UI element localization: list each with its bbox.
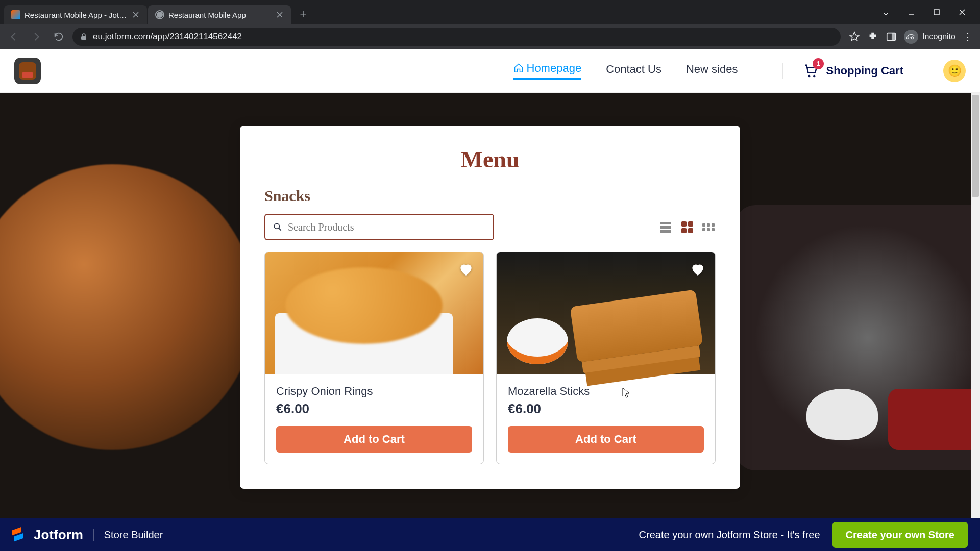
nav-label: New sides bbox=[686, 63, 738, 76]
nav-label: Contact Us bbox=[606, 63, 662, 76]
menu-button[interactable]: ⋮ bbox=[963, 31, 972, 43]
browser-addressbar: eu.jotform.com/app/231402114562442 Incog… bbox=[0, 24, 980, 49]
new-tab-button[interactable]: + bbox=[295, 6, 311, 22]
window-controls: ⌄ bbox=[874, 3, 976, 21]
menu-card: Menu Snacks bbox=[240, 126, 740, 489]
create-store-button[interactable]: Create your own Store bbox=[832, 522, 968, 548]
background-image bbox=[0, 164, 255, 450]
add-to-cart-button[interactable]: Add to Cart bbox=[508, 426, 704, 453]
app-nav: Homepage Contact Us New sides 1 Shopping… bbox=[513, 60, 966, 82]
forward-button[interactable] bbox=[28, 28, 45, 45]
address-bar[interactable]: eu.jotform.com/app/231402114562442 bbox=[72, 28, 841, 46]
brand-name: Jotform bbox=[34, 527, 83, 543]
product-grid: Crispy Onion Rings €6.00 Add to Cart Moz… bbox=[264, 252, 716, 464]
view-grid-2-button[interactable] bbox=[680, 220, 694, 234]
tab-title: Restaurant Mobile App - Jotform bbox=[24, 11, 128, 19]
product-price: €6.00 bbox=[276, 401, 472, 417]
product-card[interactable]: Crispy Onion Rings €6.00 Add to Cart bbox=[264, 252, 484, 464]
incognito-indicator[interactable]: Incognito bbox=[904, 30, 955, 44]
favorite-button[interactable] bbox=[690, 261, 706, 278]
svg-rect-3 bbox=[892, 33, 895, 41]
search-input-wrapper[interactable] bbox=[264, 214, 494, 240]
product-name: Mozarella Sticks bbox=[508, 385, 704, 398]
avatar[interactable]: 🙂 bbox=[943, 60, 966, 82]
jotform-mark-icon bbox=[12, 527, 29, 543]
view-list-button[interactable] bbox=[658, 220, 673, 234]
svg-point-4 bbox=[808, 74, 811, 77]
product-card[interactable]: Mozarella Sticks €6.00 Add to Cart bbox=[496, 252, 716, 464]
jotform-banner: Jotform Store Builder Create your own Jo… bbox=[0, 518, 980, 551]
incognito-label: Incognito bbox=[922, 32, 955, 41]
browser-titlebar: Restaurant Mobile App - Jotform Restaura… bbox=[0, 0, 980, 24]
home-icon bbox=[513, 62, 524, 74]
nav-contact[interactable]: Contact Us bbox=[606, 63, 662, 79]
product-image bbox=[497, 252, 715, 374]
back-button[interactable] bbox=[5, 28, 22, 45]
close-window-button[interactable] bbox=[950, 3, 974, 21]
svg-rect-0 bbox=[934, 10, 939, 15]
nav-homepage[interactable]: Homepage bbox=[513, 62, 582, 80]
scrollbar-thumb[interactable] bbox=[972, 95, 979, 197]
banner-subtitle: Store Builder bbox=[93, 529, 163, 541]
search-icon bbox=[273, 222, 283, 232]
cart-icon: 1 bbox=[803, 63, 819, 79]
background-image bbox=[735, 205, 980, 470]
browser-tab[interactable]: Restaurant Mobile App bbox=[148, 5, 291, 24]
app-header: Homepage Contact Us New sides 1 Shopping… bbox=[0, 49, 980, 93]
search-input[interactable] bbox=[288, 221, 486, 233]
category-heading: Snacks bbox=[264, 187, 716, 205]
product-price: €6.00 bbox=[508, 401, 704, 417]
favicon-icon bbox=[155, 10, 164, 19]
product-name: Crispy Onion Rings bbox=[276, 385, 472, 398]
page-main: Menu Snacks bbox=[0, 93, 980, 518]
shopping-cart[interactable]: 1 Shopping Cart bbox=[782, 63, 903, 79]
sidepanel-button[interactable] bbox=[886, 31, 897, 42]
view-grid-3-button[interactable] bbox=[701, 220, 716, 234]
favorite-button[interactable] bbox=[458, 261, 474, 278]
menu-controls bbox=[264, 214, 716, 240]
toolbar-icons: Incognito ⋮ bbox=[846, 30, 975, 44]
browser-tab[interactable]: Restaurant Mobile App - Jotform bbox=[4, 5, 147, 24]
reload-button[interactable] bbox=[50, 28, 67, 45]
bookmark-button[interactable] bbox=[849, 31, 860, 42]
nav-label: Homepage bbox=[527, 62, 582, 74]
app-logo[interactable] bbox=[14, 58, 41, 84]
close-icon[interactable] bbox=[132, 11, 140, 19]
add-to-cart-button[interactable]: Add to Cart bbox=[276, 426, 472, 453]
tab-title: Restaurant Mobile App bbox=[168, 11, 272, 19]
cart-badge: 1 bbox=[813, 58, 824, 69]
tab-search-button[interactable]: ⌄ bbox=[874, 3, 897, 21]
browser-tabs: Restaurant Mobile App - Jotform Restaura… bbox=[4, 0, 874, 24]
scrollbar[interactable] bbox=[971, 93, 980, 518]
lock-icon bbox=[80, 33, 88, 41]
jotform-logo[interactable]: Jotform bbox=[12, 527, 83, 543]
url-text: eu.jotform.com/app/231402114562442 bbox=[93, 32, 834, 42]
view-toggles bbox=[658, 220, 716, 234]
svg-rect-1 bbox=[81, 36, 86, 40]
product-image bbox=[265, 252, 483, 374]
page-viewport: Homepage Contact Us New sides 1 Shopping… bbox=[0, 49, 980, 518]
incognito-icon bbox=[904, 30, 918, 44]
nav-newsides[interactable]: New sides bbox=[686, 63, 738, 79]
minimize-button[interactable] bbox=[899, 3, 923, 21]
banner-cta-text: Create your own Jotform Store - It's fre… bbox=[639, 529, 820, 541]
close-icon[interactable] bbox=[276, 11, 284, 19]
menu-title: Menu bbox=[264, 146, 716, 173]
svg-point-6 bbox=[274, 223, 279, 229]
svg-point-5 bbox=[813, 74, 816, 77]
maximize-button[interactable] bbox=[925, 3, 948, 21]
cart-label: Shopping Cart bbox=[826, 64, 903, 78]
extensions-button[interactable] bbox=[867, 31, 878, 42]
favicon-icon bbox=[11, 10, 20, 19]
